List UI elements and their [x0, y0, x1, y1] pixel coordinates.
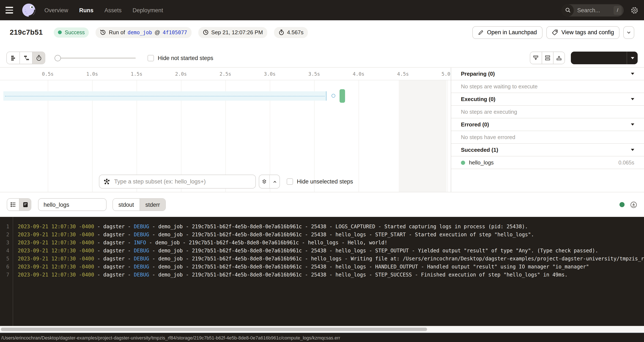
- tab-stderr[interactable]: stderr: [140, 199, 166, 210]
- step-execution-bar[interactable]: [340, 89, 345, 103]
- hide-not-started-box[interactable]: [148, 55, 154, 61]
- reexecute-dropdown-button[interactable]: [627, 52, 638, 64]
- pencil-icon: [478, 30, 484, 35]
- structured-log-view-button[interactable]: [7, 199, 19, 210]
- collapse-bottom-button[interactable]: [530, 52, 542, 64]
- nav-link-overview[interactable]: Overview: [44, 7, 68, 13]
- panel-section-title: Executing (0): [461, 96, 495, 102]
- panel-section-header[interactable]: Preparing (0): [451, 68, 644, 80]
- step-name: hello_logs: [469, 159, 494, 166]
- split-view-button[interactable]: [542, 52, 553, 64]
- open-in-launchpad-button[interactable]: Open in Launchpad: [472, 26, 542, 39]
- flat-view-button[interactable]: [7, 52, 20, 64]
- nav-link-assets[interactable]: Assets: [104, 7, 122, 13]
- log-level: DEBUG: [134, 256, 149, 262]
- graph-layers-button[interactable]: [259, 175, 269, 188]
- log-status-dot: [620, 202, 624, 207]
- panel-empty-text: No steps are waiting to execute: [451, 80, 644, 93]
- log-gutter-divider: [13, 217, 13, 326]
- log-level: DEBUG: [134, 272, 149, 278]
- panel-section-header[interactable]: Errored (0): [451, 118, 644, 131]
- clock-icon: [202, 29, 209, 36]
- top-nav: OverviewRunsAssetsDeployment Search... /: [0, 0, 644, 20]
- timed-view-button[interactable]: [32, 52, 45, 64]
- start-time-label: Sep 21, 12:07:26 PM: [211, 29, 263, 36]
- log-line: 12023-09-21 12:07:30 -0400 - dagster - D…: [0, 223, 644, 231]
- gantt-view-toggle-group: [6, 52, 45, 64]
- menu-icon[interactable]: [6, 7, 16, 14]
- step-status-panel: Preparing (0)No steps are waiting to exe…: [451, 68, 644, 192]
- panel-section-header[interactable]: Executing (0): [451, 93, 644, 106]
- step-filter-row: Hide unselected steps: [99, 174, 353, 188]
- log-line: 72023-09-21 12:07:30 -0400 - dagster - D…: [0, 271, 644, 279]
- hide-unselected-checkbox[interactable]: Hide unselected steps: [287, 178, 353, 185]
- gantt-toolbar: Hide not started steps Re-execute all (*…: [0, 44, 644, 68]
- dagster-run-page: OverviewRunsAssetsDeployment Search... /…: [0, 0, 644, 342]
- log-step-filter-input[interactable]: [38, 198, 106, 211]
- gridline: [358, 80, 359, 192]
- axis-tick: 1.0s: [86, 71, 98, 77]
- scrollbar-thumb[interactable]: [1, 328, 427, 331]
- step-start-marker: [331, 94, 335, 98]
- waiting-dotted-line: [5, 96, 325, 96]
- axis-tick: 2.0s: [175, 71, 187, 77]
- hide-not-started-checkbox[interactable]: Hide not started steps: [148, 55, 213, 61]
- log-level: DEBUG: [134, 224, 149, 230]
- job-name-link[interactable]: demo_job: [128, 30, 152, 35]
- reexecute-all-button[interactable]: Re-execute all (*): [571, 52, 627, 64]
- view-tags-config-button[interactable]: View tags and config: [546, 26, 620, 39]
- axis-tick: 1.5s: [131, 71, 142, 77]
- log-stream-tabs: stdout stderr: [112, 198, 166, 211]
- log-message: 2023-09-21 12:07:30 -0400 - dagster - DE…: [18, 247, 598, 255]
- raw-log-view-button[interactable]: [19, 199, 31, 210]
- axis-tick: 4.5s: [397, 71, 409, 77]
- reexecute-split-button: Re-execute all (*): [571, 52, 638, 64]
- log-level: INFO: [134, 240, 146, 246]
- header-actions: Open in Launchpad View tags and config: [472, 26, 634, 39]
- log-horizontal-scrollbar[interactable]: [0, 326, 644, 333]
- log-message: 2023-09-21 12:07:30 -0400 - dagster - DE…: [18, 255, 644, 263]
- status-badge: Success: [54, 27, 89, 38]
- log-line-number: 4: [0, 247, 9, 255]
- duration-tag: 4.567s: [274, 27, 308, 38]
- log-message: 2023-09-21 12:07:30 -0400 - dagster - DE…: [18, 231, 534, 239]
- stopwatch-icon: [278, 29, 284, 36]
- log-timestamp: 2023-09-21 12:07:30 -0400: [18, 256, 94, 262]
- start-time-tag: Sep 21, 12:07:26 PM: [198, 27, 267, 38]
- axis-tick: 0.5s: [42, 71, 54, 77]
- snapshot-link[interactable]: 4f105077: [162, 30, 187, 35]
- log-message: 2023-09-21 12:07:30 -0400 - dagster - IN…: [18, 239, 387, 247]
- waterfall-view-button[interactable]: [20, 52, 32, 64]
- panel-section-header[interactable]: Succeeded (1): [451, 144, 644, 156]
- download-logs-icon[interactable]: [630, 201, 637, 208]
- log-message: 2023-09-21 12:07:30 -0400 - dagster - DE…: [18, 223, 528, 231]
- axis-tick: 2.5s: [220, 71, 231, 77]
- collapse-caret-button[interactable]: [269, 175, 280, 188]
- nav-link-runs[interactable]: Runs: [79, 7, 94, 13]
- search-input[interactable]: Search... /: [562, 4, 624, 16]
- collapse-top-button[interactable]: [553, 52, 564, 64]
- hide-unselected-box[interactable]: [287, 178, 293, 185]
- header-more-actions-button[interactable]: [623, 26, 634, 39]
- log-timestamp: 2023-09-21 12:07:30 -0400: [18, 240, 94, 246]
- step-subset-input[interactable]: [113, 178, 251, 185]
- zoom-slider-track[interactable]: [54, 57, 136, 58]
- log-timestamp: 2023-09-21 12:07:30 -0400: [18, 232, 94, 238]
- panel-step-row[interactable]: hello_logs0.065s: [451, 156, 644, 169]
- axis-tick: 3.0s: [264, 71, 276, 77]
- run-id-title: 219c7b51: [10, 28, 43, 36]
- zoom-slider-knob[interactable]: [54, 55, 61, 61]
- log-toolbar: stdout stderr: [0, 192, 644, 217]
- nav-link-deployment[interactable]: Deployment: [132, 7, 163, 13]
- panel-section-title: Preparing (0): [461, 70, 495, 77]
- log-timestamp: 2023-09-21 12:07:30 -0400: [18, 248, 94, 254]
- tab-stdout[interactable]: stdout: [113, 199, 140, 210]
- search-placeholder: Search...: [577, 7, 614, 13]
- log-line-number: 1: [0, 223, 9, 231]
- dagster-logo[interactable]: [22, 3, 36, 17]
- settings-gear-icon[interactable]: [630, 6, 638, 14]
- log-timestamp: 2023-09-21 12:07:30 -0400: [18, 264, 94, 270]
- panel-section-title: Succeeded (1): [461, 147, 498, 153]
- log-output: 12023-09-21 12:07:30 -0400 - dagster - D…: [0, 217, 644, 326]
- axis-tick: 5.0s: [442, 71, 451, 77]
